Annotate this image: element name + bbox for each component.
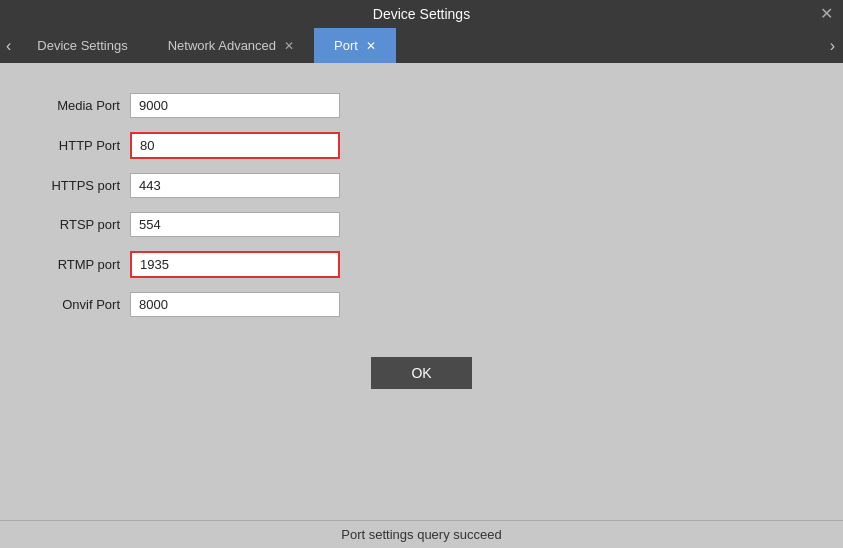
tab-network-advanced-label: Network Advanced [168,38,276,53]
tab-nav-right-button[interactable]: › [822,28,843,63]
form-row-rtsp-port: RTSP port [30,212,813,237]
tab-bar: ‹ Device Settings Network Advanced ✕ Por… [0,28,843,63]
form-row-http-port: HTTP Port [30,132,813,159]
title-bar: Device Settings ✕ [0,0,843,28]
port-form: Media PortHTTP PortHTTPS portRTSP portRT… [30,93,813,317]
input-rtsp-port[interactable] [130,212,340,237]
window-title: Device Settings [373,6,470,22]
tab-device-settings[interactable]: Device Settings [17,28,147,63]
content-area: Media PortHTTP PortHTTPS portRTSP portRT… [0,63,843,520]
label-http-port: HTTP Port [30,138,120,153]
main-window: Device Settings ✕ ‹ Device Settings Netw… [0,0,843,548]
form-row-media-port: Media Port [30,93,813,118]
label-https-port: HTTPS port [30,178,120,193]
tab-device-settings-label: Device Settings [37,38,127,53]
label-media-port: Media Port [30,98,120,113]
tab-port-label: Port [334,38,358,53]
input-onvif-port[interactable] [130,292,340,317]
input-rtmp-port[interactable] [130,251,340,278]
status-message: Port settings query succeed [341,527,501,542]
tab-port-close[interactable]: ✕ [366,39,376,53]
label-onvif-port: Onvif Port [30,297,120,312]
label-rtsp-port: RTSP port [30,217,120,232]
tab-network-advanced-close[interactable]: ✕ [284,39,294,53]
input-media-port[interactable] [130,93,340,118]
ok-button[interactable]: OK [371,357,471,389]
tab-network-advanced[interactable]: Network Advanced ✕ [148,28,314,63]
form-row-rtmp-port: RTMP port [30,251,813,278]
window-close-button[interactable]: ✕ [820,6,833,22]
form-row-onvif-port: Onvif Port [30,292,813,317]
tab-port[interactable]: Port ✕ [314,28,396,63]
tab-nav-left-button[interactable]: ‹ [0,28,17,63]
label-rtmp-port: RTMP port [30,257,120,272]
input-http-port[interactable] [130,132,340,159]
form-row-https-port: HTTPS port [30,173,813,198]
status-bar: Port settings query succeed [0,520,843,548]
input-https-port[interactable] [130,173,340,198]
